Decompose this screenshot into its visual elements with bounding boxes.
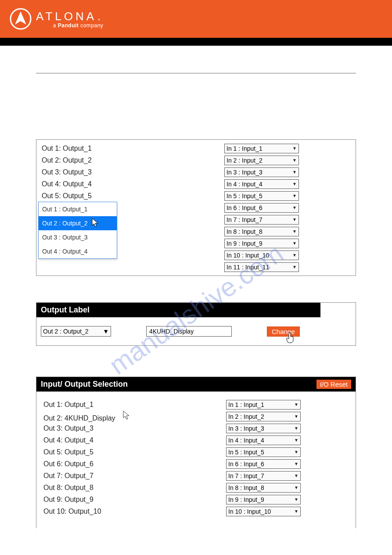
io-row: Out 8: Output_8 In 8 : Input_8▼ (36, 482, 356, 493)
chevron-down-icon: ▼ (294, 461, 298, 466)
output-label-text: Out 6: Output_6 (42, 460, 226, 468)
input-select[interactable]: In 3 : Input_3▼ (224, 167, 299, 177)
chevron-down-icon: ▼ (294, 485, 298, 490)
change-button[interactable]: Change (267, 326, 300, 337)
input-select[interactable]: In 1 : Input_1▼ (226, 400, 301, 410)
input-select[interactable]: In 1 : Input_1▼ (224, 144, 299, 153)
chevron-down-icon: ▼ (292, 205, 297, 210)
output-label-text: Out 7: Output_7 (42, 472, 226, 480)
output-label-select[interactable]: Out 2 : Output_2▼ (41, 326, 111, 337)
atlona-logo-icon (10, 8, 32, 30)
chevron-down-icon: ▼ (292, 158, 297, 163)
output-label-text: Out 3: Output_3 (42, 424, 226, 432)
input-select[interactable]: In 9 : Input_9▼ (224, 239, 299, 248)
chevron-down-icon: ▼ (292, 146, 297, 151)
input-select[interactable]: In 9 : Input_9▼ (226, 495, 301, 504)
io-reset-button[interactable]: I/O Reset (316, 380, 351, 389)
output-dropdown-list[interactable]: Out 1 : Output_1 Out 2 : Output_2 Out 3 … (38, 202, 117, 259)
output-label-text: Out 3: Output_3 (40, 168, 224, 176)
brand-name: ATLONA. (36, 10, 103, 23)
chevron-down-icon: ▼ (292, 253, 297, 258)
input-select[interactable]: In 2 : Input_2▼ (224, 156, 299, 165)
io-row: In 11 : Input_11▼ (40, 261, 352, 273)
input-select[interactable]: In 2 : Input_2▼ (226, 412, 301, 421)
io-row: Out 1: Output_1 In 1 : Input_1▼ (36, 399, 356, 410)
output-label-input[interactable] (146, 326, 232, 337)
brand-header: ATLONA. a Panduit company (0, 0, 392, 38)
cursor-arrow-icon (91, 218, 100, 230)
io-panel-1: Out 1: Output_1 In 1 : Input_1▼ Out 2: O… (36, 139, 356, 276)
output-label-header: Output Label (36, 303, 320, 317)
io-row: Out 1: Output_1 In 1 : Input_1▼ (40, 142, 352, 154)
chevron-down-icon: ▼ (294, 450, 298, 454)
chevron-down-icon: ▼ (292, 241, 297, 246)
output-label-text: Out 4: Output_4 (40, 180, 224, 188)
dropdown-option[interactable]: Out 4 : Output_4 (39, 244, 117, 258)
io-row: Out 10: Output_10 In 10 : Input_10▼ (36, 505, 356, 517)
io-row: Out 9: Output_9 In 9 : Input_9▼ (36, 493, 356, 505)
io-row: Out 2: 4KUHD_Display In 2 : Input_2▼ (36, 410, 356, 422)
output-label-text: Out 5: Output_5 (40, 192, 224, 200)
chevron-down-icon: ▼ (292, 193, 297, 198)
chevron-down-icon: ▼ (294, 497, 298, 502)
input-select[interactable]: In 6 : Input_6▼ (226, 459, 301, 469)
io-row: Out 7: Output_7 In 7 : Input_7▼ (36, 470, 356, 482)
dropdown-option[interactable]: Out 3 : Output_3 (39, 230, 117, 244)
chevron-down-icon: ▼ (294, 414, 298, 419)
output-label-text: Out 10: Output_10 (42, 508, 226, 515)
output-label-text: Out 1: Output_1 (42, 401, 226, 409)
chevron-down-icon: ▼ (292, 229, 297, 234)
io-row: Out 4: Output_4 In 4 : Input_4▼ (36, 434, 356, 446)
chevron-down-icon: ▼ (292, 181, 297, 186)
chevron-down-icon: ▼ (294, 402, 298, 407)
dropdown-option[interactable]: Out 1 : Output_1 (39, 202, 117, 216)
input-select[interactable]: In 3 : Input_3▼ (226, 424, 301, 433)
io-row: Out 3: Output_3 In 3 : Input_3▼ (40, 166, 352, 178)
cursor-arrow-icon (122, 414, 131, 422)
io-row: Out 5: Output_5 In 5 : Input_5▼ (36, 446, 356, 458)
output-label-text: Out 9: Output_9 (42, 496, 226, 504)
input-select[interactable]: In 11 : Input_11▼ (224, 262, 299, 272)
chevron-down-icon: ▼ (292, 170, 297, 174)
output-label-text: Out 2: 4KUHD_Display (42, 410, 226, 423)
output-label-text: Out 4: Output_4 (42, 436, 226, 444)
output-label-text: Out 2: Output_2 (40, 156, 224, 164)
chevron-down-icon: ▼ (292, 217, 297, 222)
chevron-down-icon: ▼ (292, 265, 297, 269)
output-label-text: Out 5: Output_5 (42, 448, 226, 456)
input-select[interactable]: In 7 : Input_7▼ (226, 471, 301, 481)
output-label-text: Out 1: Output_1 (40, 145, 224, 152)
io-row: Out 3: Output_3 In 3 : Input_3▼ (36, 422, 356, 434)
input-select[interactable]: In 8 : Input_8▼ (224, 227, 299, 236)
input-select[interactable]: In 6 : Input_6▼ (224, 203, 299, 213)
dropdown-option-selected[interactable]: Out 2 : Output_2 (39, 216, 117, 230)
input-select[interactable]: In 4 : Input_4▼ (226, 435, 301, 445)
input-select[interactable]: In 10 : Input_10▼ (224, 250, 299, 260)
output-label-panel: Output Label Out 2 : Output_2▼ Change (36, 302, 356, 346)
chevron-down-icon: ▼ (103, 328, 109, 335)
input-select[interactable]: In 5 : Input_5▼ (226, 447, 301, 457)
chevron-down-icon: ▼ (294, 426, 298, 431)
io-row: Out 5: Output_5 In 5 : Input_5▼ (40, 190, 352, 202)
chevron-down-icon: ▼ (294, 509, 298, 514)
io-row: Out 6: Output_6 In 6 : Input_6▼ (36, 458, 356, 470)
input-select[interactable]: In 8 : Input_8▼ (226, 483, 301, 493)
input-select[interactable]: In 7 : Input_7▼ (224, 215, 299, 225)
input-select[interactable]: In 10 : Input_10▼ (226, 507, 301, 516)
io-row: Out 4: Output_4 In 4 : Input_4▼ (40, 178, 352, 190)
input-select[interactable]: In 5 : Input_5▼ (224, 191, 299, 201)
black-band (0, 38, 392, 46)
brand-tagline: a Panduit company (36, 22, 103, 29)
output-label-text: Out 8: Output_8 (42, 484, 226, 492)
divider-line (36, 73, 356, 73)
io-selection-panel: Input/ Output Selection I/O Reset Out 1:… (36, 377, 356, 528)
chevron-down-icon: ▼ (294, 473, 298, 478)
input-select[interactable]: In 4 : Input_4▼ (224, 179, 299, 189)
io-selection-header: Input/ Output Selection I/O Reset (36, 377, 356, 392)
chevron-down-icon: ▼ (294, 438, 298, 443)
io-row: Out 2: Output_2 In 2 : Input_2▼ (40, 154, 352, 166)
